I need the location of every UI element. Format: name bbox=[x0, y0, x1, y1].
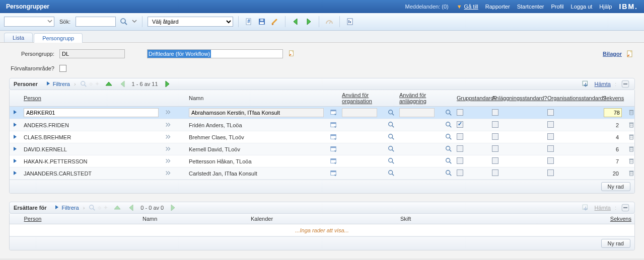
personer-filter[interactable]: Filtrera bbox=[46, 81, 70, 87]
nav-rapporter[interactable]: Rapporter bbox=[485, 4, 510, 10]
astd-checkbox[interactable] bbox=[492, 145, 498, 152]
gstd-checkbox[interactable] bbox=[457, 109, 463, 116]
search-input[interactable] bbox=[76, 17, 116, 27]
org-lookup-icon[interactable] bbox=[387, 133, 395, 141]
trash-icon[interactable] bbox=[628, 123, 635, 129]
namn-detail-icon[interactable] bbox=[330, 123, 337, 129]
ersattare-prev-icon[interactable] bbox=[126, 203, 136, 213]
e-col-seq[interactable]: Sekvens bbox=[610, 216, 631, 222]
col-anl[interactable]: Använd för anläggning bbox=[399, 92, 426, 104]
ersattare-new-row[interactable]: Ny rad bbox=[601, 239, 630, 248]
anl-input[interactable] bbox=[399, 108, 435, 117]
org-lookup-icon[interactable] bbox=[387, 145, 395, 153]
row-toggle-icon[interactable] bbox=[13, 122, 18, 128]
anl-lookup-icon[interactable] bbox=[445, 169, 453, 177]
search-icon[interactable] bbox=[119, 17, 129, 27]
gstd-checkbox[interactable] bbox=[457, 133, 463, 140]
org-lookup-icon[interactable] bbox=[387, 169, 395, 177]
person-input[interactable] bbox=[24, 108, 159, 117]
personer-fetch[interactable]: Hämta bbox=[595, 81, 611, 87]
ostd-checkbox[interactable] bbox=[547, 145, 554, 152]
table-row[interactable] bbox=[10, 107, 635, 119]
detail-menu-icon[interactable] bbox=[165, 159, 172, 165]
seq-input[interactable] bbox=[604, 108, 622, 117]
anl-lookup-icon[interactable] bbox=[445, 121, 453, 129]
tab-lista[interactable]: Lista bbox=[4, 33, 33, 42]
forvalt-checkbox[interactable] bbox=[59, 65, 66, 72]
astd-checkbox[interactable] bbox=[492, 133, 498, 140]
attach-icon[interactable] bbox=[625, 49, 635, 59]
gstd-checkbox[interactable] bbox=[457, 145, 463, 152]
nav-profil[interactable]: Profil bbox=[551, 4, 563, 10]
ostd-checkbox[interactable] bbox=[547, 133, 554, 140]
ersattare-collapse-icon[interactable] bbox=[620, 203, 630, 213]
row-toggle-icon[interactable] bbox=[13, 146, 18, 152]
row-toggle-icon[interactable] bbox=[13, 170, 18, 177]
messages-indicator[interactable]: Meddelanden: (0) bbox=[405, 4, 448, 10]
anl-lookup-icon[interactable] bbox=[445, 157, 453, 165]
personer-prev-icon[interactable] bbox=[118, 79, 128, 89]
col-org[interactable]: Använd för organisation bbox=[342, 92, 372, 104]
namn-detail-icon[interactable] bbox=[330, 171, 337, 178]
org-lookup-icon[interactable] bbox=[387, 109, 395, 117]
group-input[interactable] bbox=[59, 49, 125, 58]
next-icon[interactable] bbox=[304, 17, 314, 27]
anl-lookup-icon[interactable] bbox=[445, 133, 453, 141]
save-icon[interactable] bbox=[257, 17, 267, 27]
table-row[interactable]: HAKAN-K.PETTERSSONPettersson Håkan, TLoö… bbox=[10, 155, 635, 167]
ersattare-up-icon[interactable] bbox=[112, 203, 122, 213]
nav-logga-ut[interactable]: Logga ut bbox=[571, 4, 593, 10]
quicksearch-recent[interactable] bbox=[4, 17, 54, 27]
org-lookup-icon[interactable] bbox=[387, 121, 395, 129]
trash-icon[interactable] bbox=[628, 171, 635, 178]
gstd-checkbox[interactable] bbox=[457, 121, 463, 128]
astd-checkbox[interactable] bbox=[492, 157, 498, 164]
row-toggle-icon[interactable] bbox=[13, 110, 18, 116]
detail-menu-icon[interactable] bbox=[165, 135, 172, 141]
workflow-icon[interactable] bbox=[324, 17, 334, 27]
ersattare-download-icon[interactable] bbox=[581, 203, 591, 213]
trash-icon[interactable] bbox=[628, 159, 635, 165]
reports-icon[interactable] bbox=[345, 17, 355, 27]
detail-menu-icon[interactable] bbox=[165, 123, 172, 129]
detail-menu-icon[interactable] bbox=[165, 111, 172, 117]
group-desc-input[interactable]: Driftledare (för Workflow) bbox=[147, 49, 283, 58]
astd-checkbox[interactable] bbox=[492, 121, 498, 128]
table-row[interactable]: CLAES.BREHMERBrehmer Claes, TLoöv4 bbox=[10, 131, 635, 143]
trash-icon[interactable] bbox=[628, 135, 635, 141]
org-input[interactable] bbox=[342, 108, 377, 117]
personer-next-icon[interactable] bbox=[162, 79, 172, 89]
new-icon[interactable] bbox=[244, 17, 254, 27]
col-seq[interactable]: Sekvens bbox=[603, 95, 624, 101]
tab-persongrupp[interactable]: Persongrupp bbox=[34, 33, 83, 43]
e-col-person[interactable]: Person bbox=[24, 216, 42, 222]
gstd-checkbox[interactable] bbox=[457, 169, 463, 176]
anl-lookup-icon[interactable] bbox=[445, 109, 453, 117]
namn-detail-icon[interactable] bbox=[330, 159, 337, 165]
trash-icon[interactable] bbox=[628, 111, 635, 117]
goto-link[interactable]: ▼Gå till bbox=[457, 4, 478, 10]
col-ostd[interactable]: Organisationsstandard? bbox=[547, 95, 606, 101]
namn-input[interactable] bbox=[189, 108, 324, 117]
table-row[interactable]: JANANDERS.CARLSTEDTCarlstedt Jan, ITfaa … bbox=[10, 167, 635, 180]
col-astd[interactable]: Anläggningsstandard? bbox=[492, 95, 547, 101]
download-icon[interactable] bbox=[581, 79, 591, 89]
table-row[interactable]: DAVID.KERNELLKernell David, TLoöv6 bbox=[10, 143, 635, 155]
ersattare-next-icon[interactable] bbox=[168, 203, 178, 213]
col-person[interactable]: Person bbox=[24, 95, 41, 101]
nav-startcenter[interactable]: Startcenter bbox=[517, 4, 544, 10]
namn-detail-icon[interactable] bbox=[330, 111, 337, 117]
clear-icon[interactable] bbox=[270, 17, 280, 27]
ostd-checkbox[interactable] bbox=[547, 157, 554, 164]
prev-icon[interactable] bbox=[291, 17, 301, 27]
astd-checkbox[interactable] bbox=[492, 169, 498, 176]
astd-checkbox[interactable] bbox=[492, 109, 498, 116]
table-row[interactable]: ANDERS.FRIDENFridén Anders, TLoöa2 bbox=[10, 119, 635, 131]
namn-detail-icon[interactable] bbox=[330, 135, 337, 141]
ostd-checkbox[interactable] bbox=[547, 169, 554, 176]
anl-lookup-icon[interactable] bbox=[445, 145, 453, 153]
ostd-checkbox[interactable] bbox=[547, 121, 554, 128]
row-toggle-icon[interactable] bbox=[13, 134, 18, 140]
org-lookup-icon[interactable] bbox=[387, 157, 395, 165]
personer-up-icon[interactable] bbox=[104, 79, 114, 89]
